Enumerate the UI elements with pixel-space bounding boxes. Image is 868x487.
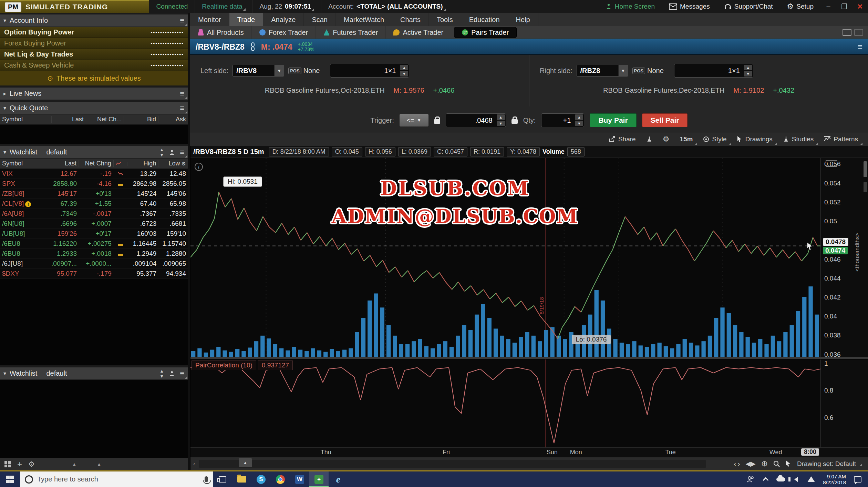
cursor-icon[interactable] — [786, 460, 792, 467]
account-selector[interactable]: Account: <TOTAL> (ALL ACCOUNTS) — [321, 0, 453, 13]
watchlist2-preset-dropdown[interactable]: default — [46, 369, 67, 377]
trigger-operator-dropdown[interactable]: <= ▼ — [400, 114, 428, 126]
correlation-plot[interactable]: PairCorrelation (10) 0.937127 — [190, 359, 820, 447]
layout-icon[interactable] — [843, 29, 851, 36]
task-view-button[interactable] — [213, 471, 232, 487]
live-news-header[interactable]: ▸ Live News ≡ — [0, 88, 188, 100]
scrollbar-track[interactable] — [864, 182, 867, 192]
action-center-button[interactable] — [851, 476, 865, 483]
menu-icon[interactable]: ≡ — [858, 42, 862, 52]
right-symbol-dropdown[interactable]: /RBZ8 ▼ — [577, 65, 628, 77]
account-row[interactable]: Net Liq & Day Trades •••••••••••••• — [0, 49, 188, 60]
patterns-dropdown[interactable]: Patterns — [819, 132, 863, 146]
scroll-arrows[interactable]: ‹ › — [734, 460, 740, 468]
collapse-up-button[interactable]: ▲ — [72, 461, 77, 467]
internet-explorer-button[interactable]: e — [329, 471, 348, 487]
sort-arrows-icon[interactable]: ▲▼ — [159, 368, 164, 379]
home-screen-button[interactable]: Home Screen — [598, 0, 662, 13]
watchlist-preset-dropdown[interactable]: default — [46, 148, 67, 156]
person-icon[interactable] — [169, 149, 175, 155]
menu-icon[interactable]: ≡ — [180, 89, 185, 98]
tab-analyze[interactable]: Analyze — [263, 13, 304, 26]
watchlist-row[interactable]: /6A[U8]! .7349 -.0017 .7367 .7335 — [0, 209, 188, 219]
tab-marketwatch[interactable]: MarketWatch — [336, 13, 392, 26]
watchlist-header[interactable]: ▾ Watchlist default ▲▼ ≡ — [0, 146, 188, 159]
sell-pair-button[interactable]: Sell Pair — [642, 113, 688, 127]
pan-icon[interactable]: ◀▶ — [745, 460, 755, 468]
scroll-left-arrow[interactable]: ‹ — [190, 461, 195, 467]
onedrive-button[interactable] — [774, 477, 788, 481]
quick-quote-header[interactable]: ▾ Quick Quote ≡ — [0, 102, 188, 114]
gear-icon[interactable]: ⚙ — [182, 161, 186, 167]
menu-icon[interactable]: ≡ — [180, 16, 185, 25]
watchlist-row[interactable]: /UB[U8]! 159'26 +0'17 160'03 159'10 — [0, 229, 188, 239]
crosshair-icon[interactable]: ⊕ — [761, 459, 768, 468]
buy-pair-button[interactable]: Buy Pair — [590, 113, 636, 127]
watchlist-row[interactable]: /6EU8! 1.16220 +.00275 1.16445 1.15740 — [0, 239, 188, 249]
spinner[interactable]: ▲▼ — [399, 64, 409, 77]
info-icon[interactable]: i — [195, 163, 203, 171]
correlation-axis[interactable]: 10.80.6 — [820, 359, 868, 447]
share-button[interactable]: Share — [603, 132, 641, 146]
quick-study-button[interactable] — [641, 132, 658, 146]
thinkorswim-button[interactable]: ✦ — [309, 471, 329, 487]
trigger-price-input[interactable]: .0468 ▲▼ — [446, 113, 506, 127]
network-button[interactable] — [804, 476, 818, 482]
time-axis[interactable]: ThuFriSunMonTueWed 8:00 — [190, 447, 868, 457]
gear-icon[interactable]: ⚙ — [28, 460, 35, 468]
menu-icon[interactable]: ≡ — [180, 148, 185, 157]
link-icon[interactable] — [250, 42, 256, 51]
volume-button[interactable] — [789, 477, 803, 482]
chart-scrollbar[interactable] — [199, 460, 706, 468]
tab-scan[interactable]: Scan — [304, 13, 336, 26]
watchlist-row[interactable]: /ZB[U8]! 145'17 +0'13 145'24 145'06 — [0, 189, 188, 199]
microphone-icon[interactable] — [205, 476, 208, 482]
collapse-up-button[interactable]: ▲ — [97, 461, 102, 467]
studies-dropdown[interactable]: Studies — [778, 132, 819, 146]
watchlist-row[interactable]: /6J[U8]! .00907... +.0000... .009104 .00… — [0, 259, 188, 269]
data-status[interactable]: Realtime data — [195, 0, 252, 13]
account-row[interactable]: Forex Buying Power •••••••••••••• — [0, 38, 188, 49]
lock-icon[interactable] — [512, 119, 518, 124]
person-icon[interactable] — [169, 371, 175, 377]
subtab-all-products[interactable]: All Products — [190, 26, 252, 39]
chart-settings-button[interactable]: ⚙ — [658, 132, 675, 146]
tab-tools[interactable]: Tools — [429, 13, 461, 26]
subtab-forex-trader[interactable]: Forex Trader — [252, 26, 316, 39]
taskbar-clock[interactable]: 9:07 AM 8/22/2018 — [819, 474, 849, 485]
spinner[interactable]: ▲▼ — [743, 64, 753, 77]
support-chat-button[interactable]: Support/Chat — [717, 0, 780, 13]
file-explorer-button[interactable] — [232, 471, 251, 487]
price-axis[interactable]: 0.0560.0540.0520.050.0480.0460.0440.0420… — [820, 158, 868, 357]
watchlist-row[interactable]: $DXY! 95.077 -.179 95.377 94.934 — [0, 269, 188, 279]
tab-education[interactable]: Education — [461, 13, 508, 26]
subtab-active-trader[interactable]: Active Trader — [386, 26, 451, 39]
account-info-header[interactable]: ▾ Account Info ≡ — [0, 14, 188, 27]
tab-monitor[interactable]: Monitor — [190, 13, 229, 26]
watchlist-row[interactable]: SPX! 2858.80 -4.16 2862.98 2856.05 — [0, 179, 188, 189]
spinner[interactable]: ▲▼ — [496, 114, 506, 127]
setup-button[interactable]: ⚙ Setup — [780, 0, 820, 13]
watchlist2-header[interactable]: ▾ Watchlist default ▲▼ ≡ — [0, 367, 188, 380]
watchlist-row[interactable]: /6N[U8]! .6696 +.0007 .6723 .6681 — [0, 219, 188, 229]
lock-icon[interactable] — [434, 119, 440, 124]
interval-dropdown[interactable]: 15m — [674, 132, 698, 146]
layout-icon[interactable] — [854, 29, 863, 36]
watchlist-row[interactable]: /CL[V8]! 67.39 +1.55 67.40 65.98 — [0, 199, 188, 209]
spinner[interactable]: ▲▼ — [574, 114, 584, 127]
skype-button[interactable]: S — [251, 471, 271, 487]
panel-divider[interactable] — [190, 357, 868, 359]
menu-icon[interactable]: ≡ — [180, 104, 185, 113]
quick-quote-body[interactable] — [0, 125, 188, 144]
sort-arrows-icon[interactable]: ▲▼ — [159, 147, 164, 158]
tab-charts[interactable]: Charts — [392, 13, 429, 26]
menu-icon[interactable]: ≡ — [180, 369, 185, 378]
close-button[interactable]: ✕ — [852, 0, 868, 13]
drawings-dropdown[interactable]: Drawings — [732, 132, 778, 146]
chart-title[interactable]: /RBV8-/RBZ8 5 D 15m — [193, 148, 264, 156]
tab-trade[interactable]: Trade — [229, 13, 264, 26]
left-symbol-dropdown[interactable]: /RBV8 ▼ — [232, 65, 284, 77]
account-row[interactable]: Option Buying Power •••••••••••••• — [0, 27, 188, 38]
grid-icon[interactable] — [4, 461, 11, 468]
pair-symbol[interactable]: /RBV8-/RBZ8 — [196, 42, 245, 52]
